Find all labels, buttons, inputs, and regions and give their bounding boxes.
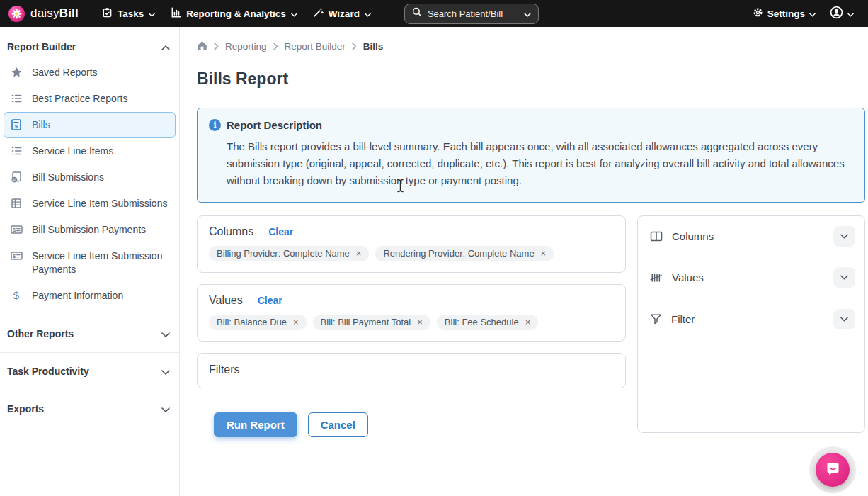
info-icon: i <box>209 119 221 131</box>
daisybill-logo[interactable]: daisyBill <box>8 6 79 22</box>
filter-expand-button[interactable] <box>833 309 855 329</box>
sidebar-item-bill-submission-payments[interactable]: $ Bill Submission Payments <box>4 217 176 243</box>
chevron-down-icon <box>365 9 371 19</box>
tasks-icon <box>102 7 113 20</box>
column-chip[interactable]: Rendering Provider: Complete Name × <box>375 246 554 261</box>
columns-clear-button[interactable]: Clear <box>268 226 293 237</box>
breadcrumb-reporting[interactable]: Reporting <box>225 41 267 52</box>
sidebar-item-service-line-item-submission-payments[interactable]: $ Service Line Item Submission Payments <box>4 243 176 283</box>
section-title: Task Productivity <box>7 366 89 377</box>
values-expand-button[interactable] <box>833 267 855 288</box>
divider <box>0 352 179 353</box>
chevron-down-icon <box>809 9 816 19</box>
sidebar-item-label: Service Line Items <box>32 145 113 158</box>
panel-section-filter[interactable]: Filter <box>638 298 864 339</box>
chat-launcher-halo <box>809 446 856 493</box>
user-account-menu[interactable] <box>830 6 854 22</box>
column-chip[interactable]: Billing Provider: Complete Name × <box>209 246 369 261</box>
chevron-up-icon <box>161 41 170 52</box>
chip-label: Rendering Provider: Complete Name <box>383 248 534 259</box>
funnel-icon <box>650 313 662 325</box>
value-chip[interactable]: Bill: Balance Due × <box>209 315 307 330</box>
nav-reporting-analytics[interactable]: Reporting & Analytics <box>163 0 305 27</box>
tally-icon <box>650 272 663 283</box>
report-description-box: i Report Description The Bills report pr… <box>197 108 865 203</box>
chip-label: Bill: Balance Due <box>217 317 287 327</box>
chart-icon <box>171 7 181 20</box>
user-avatar-icon <box>830 6 843 22</box>
values-clear-button[interactable]: Clear <box>258 295 282 306</box>
panel-section-columns[interactable]: Columns <box>638 216 864 257</box>
sidebar-section-other-reports[interactable]: Other Reports <box>4 321 176 346</box>
panel-section-label: Values <box>672 271 704 283</box>
nav-tasks[interactable]: Tasks <box>94 0 163 27</box>
top-navigation-bar: daisyBill Tasks Reporting & Analytics Wi… <box>0 0 868 27</box>
values-card-title: Values <box>209 294 243 307</box>
grid-icon <box>10 198 23 209</box>
chat-bubble-icon <box>825 461 841 480</box>
nav-reporting-label: Reporting & Analytics <box>186 9 286 19</box>
dollar-icon: $ <box>10 290 23 301</box>
wand-icon <box>313 7 324 20</box>
sidebar-section-exports[interactable]: Exports <box>4 396 176 422</box>
list-icon <box>10 93 23 104</box>
chevron-down-icon[interactable] <box>524 7 531 20</box>
svg-text:$: $ <box>13 177 16 183</box>
sidebar-item-label: Bill Submission Payments <box>32 223 146 237</box>
document-dollar-icon: $ <box>10 171 23 183</box>
breadcrumb-separator-icon <box>352 43 357 50</box>
columns-expand-button[interactable] <box>833 226 855 247</box>
divider <box>0 315 179 315</box>
nav-wizard[interactable]: Wizard <box>305 0 379 27</box>
card-dollar-icon: $ <box>10 224 23 235</box>
panel-section-values[interactable]: Values <box>638 257 864 298</box>
breadcrumb-separator-icon <box>214 43 219 50</box>
chip-label: Bill: Bill Payment Total <box>321 317 411 327</box>
daisy-flower-icon <box>8 6 25 22</box>
chevron-down-icon <box>149 9 155 19</box>
section-title: Exports <box>7 403 44 415</box>
sidebar-item-bills[interactable]: $ Bills <box>4 112 176 138</box>
sidebar-item-service-line-items[interactable]: Service Line Items <box>4 138 176 164</box>
nav-settings[interactable]: Settings <box>753 7 816 20</box>
sidebar-item-label: Bills <box>32 118 50 132</box>
chip-label: Billing Provider: Complete Name <box>217 248 350 259</box>
remove-chip-icon[interactable]: × <box>417 317 423 327</box>
remove-chip-icon[interactable]: × <box>293 317 299 327</box>
sidebar-item-payment-information[interactable]: $ Payment Information <box>4 283 176 309</box>
remove-chip-icon[interactable]: × <box>541 249 547 258</box>
divider <box>0 390 179 390</box>
filters-card: Filters <box>197 353 626 388</box>
chat-launcher-button[interactable] <box>816 453 850 487</box>
run-report-button[interactable]: Run Report <box>214 412 297 437</box>
card-dollar-icon: $ <box>10 250 23 261</box>
cancel-button[interactable]: Cancel <box>308 412 368 437</box>
breadcrumb: Reporting Report Builder Bills <box>197 40 865 52</box>
section-title: Other Reports <box>7 328 74 339</box>
value-chip[interactable]: Bill: Bill Payment Total × <box>313 315 430 330</box>
sidebar-section-task-productivity[interactable]: Task Productivity <box>4 359 176 384</box>
home-icon[interactable] <box>197 40 207 52</box>
sidebar-item-saved-reports[interactable]: Saved Reports <box>4 60 176 86</box>
chip-label: Bill: Fee Schedule <box>445 317 519 327</box>
sidebar-item-service-line-item-submissions[interactable]: Service Line Item Submissions <box>4 191 176 217</box>
main-content: Reporting Report Builder Bills Bills Rep… <box>180 27 868 496</box>
columns-card: Columns Clear Billing Provider: Complete… <box>197 215 626 273</box>
sidebar-item-bill-submissions[interactable]: $ Bill Submissions <box>4 164 176 191</box>
star-icon <box>10 67 23 78</box>
filters-card-title: Filters <box>209 363 240 376</box>
sidebar-item-best-practice-reports[interactable]: Best Practice Reports <box>4 86 176 112</box>
svg-text:$: $ <box>15 123 18 130</box>
sidebar-item-label: Bill Submissions <box>32 171 104 184</box>
nav-tasks-label: Tasks <box>118 9 144 19</box>
remove-chip-icon[interactable]: × <box>525 317 531 327</box>
search-icon <box>412 7 422 20</box>
sidebar-item-label: Service Line Item Submission Payments <box>32 249 169 276</box>
remove-chip-icon[interactable]: × <box>356 249 362 258</box>
search-patient-bill-input[interactable]: Search Patient/Bill <box>404 4 539 24</box>
breadcrumb-bills: Bills <box>363 41 384 52</box>
value-chip[interactable]: Bill: Fee Schedule × <box>437 315 538 330</box>
breadcrumb-report-builder[interactable]: Report Builder <box>285 41 346 52</box>
sidebar-section-report-builder[interactable]: Report Builder <box>4 34 176 60</box>
svg-text:$: $ <box>12 227 16 233</box>
